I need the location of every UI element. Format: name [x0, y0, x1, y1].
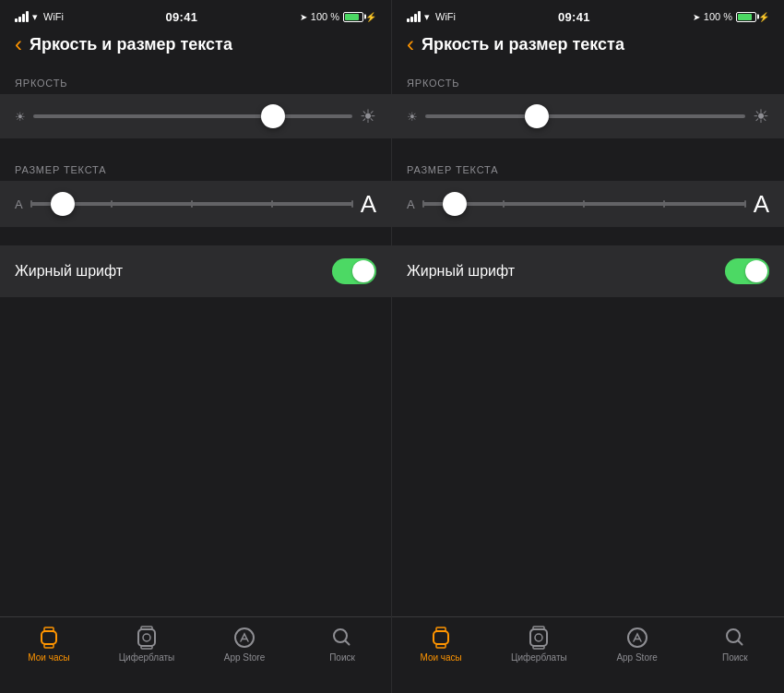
brightness-thumb-right[interactable] — [525, 104, 549, 128]
search-tab-icon-right — [724, 625, 746, 651]
time-right: 09:41 — [558, 10, 590, 24]
tab-my-watch-right[interactable]: Мои часы — [392, 625, 490, 663]
signal-bar-1r — [407, 18, 410, 22]
tick-4-right — [663, 200, 665, 208]
right-panel: ▾ WiFi 09:41 ➤ 100 % ⚡ ‹ Яркость и разме… — [392, 0, 784, 693]
bold-font-row-right[interactable]: Жирный шрифт — [392, 245, 784, 297]
svg-point-6 — [143, 634, 150, 641]
signal-bar-2r — [410, 17, 413, 22]
page-title-right: Яркость и размер текста — [422, 35, 769, 54]
tab-bar-left: Мои часы Циферблаты — [0, 616, 391, 693]
back-button-right[interactable]: ‹ — [407, 33, 414, 55]
battery-icon-left — [343, 12, 363, 22]
text-large-icon-left: A — [361, 192, 376, 216]
tab-label-my-watch-left: Мои часы — [28, 652, 69, 663]
search-tab-icon-left — [331, 625, 353, 651]
section-gap-1-left — [0, 138, 391, 157]
svg-rect-1 — [44, 627, 53, 631]
tab-faces-left[interactable]: Циферблаты — [98, 625, 196, 663]
signal-bar-4r — [418, 11, 421, 22]
wifi-label-left: WiFi — [43, 11, 64, 22]
signal-bar-4 — [26, 11, 29, 22]
back-button-left[interactable]: ‹ — [15, 33, 22, 55]
battery-fill-right — [738, 14, 752, 20]
wifi-label-right: WiFi — [435, 11, 456, 22]
tick-marks-right — [422, 200, 746, 208]
time-left: 09:41 — [166, 10, 198, 24]
bold-font-toggle-left[interactable] — [332, 258, 376, 284]
tab-my-watch-left[interactable]: Мои часы — [0, 625, 98, 663]
textsize-slider-row-right: A A — [392, 181, 784, 227]
textsize-track-right — [422, 202, 746, 206]
svg-rect-3 — [138, 629, 155, 646]
tab-search-left[interactable]: Поиск — [293, 625, 391, 663]
tick-4-left — [271, 200, 273, 208]
tab-faces-right[interactable]: Циферблаты — [490, 625, 588, 663]
textsize-slider-right[interactable] — [422, 202, 746, 206]
signal-bars-right — [407, 11, 421, 22]
signal-bar-3r — [414, 14, 417, 22]
svg-rect-10 — [436, 627, 445, 631]
status-bar-left: ▾ WiFi 09:41 ➤ 100 % ⚡ — [0, 0, 391, 30]
tick-1-left — [30, 200, 32, 208]
page-title-left: Яркость и размер текста — [30, 35, 376, 54]
left-panel: ▾ WiFi 09:41 ➤ 100 % ⚡ ‹ Яркость и разме… — [0, 0, 392, 693]
svg-rect-12 — [530, 629, 547, 646]
svg-rect-13 — [533, 627, 544, 629]
section-gap-1-right — [392, 138, 784, 157]
status-right-right: ➤ 100 % ⚡ — [693, 11, 769, 22]
brightness-slider-row-right: ☀ ☀ — [392, 94, 784, 138]
signal-bar-1 — [15, 18, 18, 22]
battery-left: ⚡ — [343, 12, 376, 22]
faces-tab-icon-right — [529, 625, 549, 651]
tick-1-right — [422, 200, 424, 208]
location-icon-right: ➤ — [693, 12, 700, 22]
svg-rect-4 — [141, 627, 152, 629]
sun-large-icon-left: ☀ — [360, 105, 376, 127]
watch-tab-icon-left — [39, 625, 59, 651]
tab-search-right[interactable]: Поиск — [686, 625, 784, 663]
svg-rect-11 — [436, 644, 445, 648]
svg-point-15 — [535, 634, 542, 641]
textsize-track-left — [30, 202, 353, 206]
textsize-thumb-left[interactable] — [51, 192, 75, 216]
battery-percent-left: 100 % — [311, 11, 339, 22]
app-store-tab-icon-left — [233, 625, 255, 651]
header-left: ‹ Яркость и размер текста — [0, 30, 391, 63]
tab-bar-right: Мои часы Циферблаты — [392, 616, 784, 693]
bolt-icon-left: ⚡ — [365, 12, 376, 22]
textsize-label-left: РАЗМЕР ТЕКСТА — [0, 157, 391, 181]
sun-small-icon-left: ☀ — [15, 110, 26, 124]
sun-small-icon-right: ☀ — [407, 110, 418, 124]
signal-bars-left — [15, 11, 29, 22]
app-store-tab-icon-right — [626, 625, 648, 651]
wifi-icon-left: ▾ — [32, 11, 38, 23]
tick-5-right — [744, 200, 746, 208]
tab-label-search-left: Поиск — [329, 652, 355, 663]
tick-3-right — [583, 200, 585, 208]
location-icon-left: ➤ — [300, 12, 307, 22]
brightness-thumb-left[interactable] — [261, 104, 285, 128]
brightness-label-left: ЯРКОСТЬ — [0, 70, 391, 94]
tab-label-app-store-right: App Store — [616, 652, 657, 663]
textsize-slider-left[interactable] — [30, 202, 353, 206]
tab-app-store-left[interactable]: App Store — [196, 625, 293, 663]
svg-rect-14 — [533, 646, 544, 649]
bold-font-toggle-right[interactable] — [725, 258, 769, 284]
wifi-icon-right: ▾ — [424, 11, 430, 23]
brightness-slider-right[interactable] — [425, 114, 745, 118]
text-large-icon-right: A — [754, 192, 769, 216]
tick-3-left — [191, 200, 193, 208]
bold-font-row-left[interactable]: Жирный шрифт — [0, 245, 391, 297]
toggle-knob-left — [352, 260, 374, 282]
battery-fill-left — [345, 14, 359, 20]
brightness-slider-left[interactable] — [33, 114, 352, 118]
svg-rect-9 — [434, 631, 448, 644]
header-right: ‹ Яркость и размер текста — [392, 30, 784, 63]
textsize-thumb-right[interactable] — [443, 192, 467, 216]
faces-tab-icon-left — [137, 625, 157, 651]
tab-label-faces-right: Циферблаты — [511, 652, 567, 663]
tab-app-store-right[interactable]: App Store — [588, 625, 686, 663]
tab-label-my-watch-right: Мои часы — [420, 652, 461, 663]
text-small-icon-left: A — [15, 197, 23, 211]
